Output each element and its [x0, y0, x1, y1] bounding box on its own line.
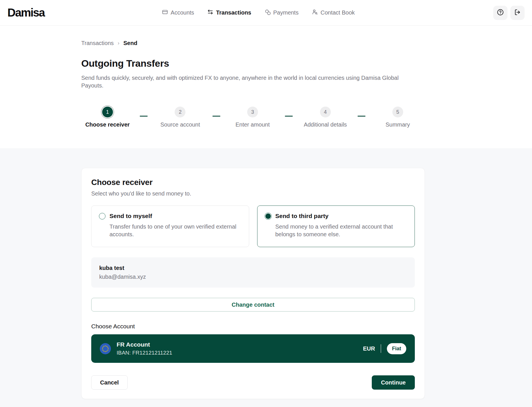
topbar-actions — [493, 6, 525, 20]
step-label: Summary — [385, 121, 410, 128]
logout-button[interactable] — [510, 6, 525, 20]
coins-icon — [264, 9, 271, 17]
step-choose-receiver[interactable]: 1 Choose receiver — [85, 107, 130, 128]
stepper: 1 Choose receiver 2 Source account 3 Ent… — [81, 107, 425, 131]
nav-label: Transactions — [216, 9, 251, 16]
account-name: FR Account — [117, 341, 172, 348]
page-title: Outgoing Transfers — [81, 58, 425, 69]
option-send-to-myself[interactable]: Send to myself Transfer funds to one of … — [91, 205, 249, 247]
account-card-fr[interactable]: FR Account IBAN: FR12121211221 EUR Fiat — [91, 334, 415, 363]
account-iban: IBAN: FR12121211221 — [117, 350, 172, 356]
arrows-swap-icon — [207, 9, 214, 17]
step-connector — [213, 116, 220, 117]
step-circle: 4 — [320, 107, 331, 117]
help-button[interactable] — [493, 6, 507, 20]
eu-flag-icon — [100, 343, 111, 354]
user-search-icon — [312, 9, 318, 17]
step-label: Choose receiver — [85, 121, 130, 128]
nav-label: Payments — [273, 9, 299, 16]
selected-contact-box: kuba test kuba@damisa.xyz — [91, 257, 415, 288]
main-content: Choose receiver Select who you'd like to… — [0, 148, 532, 399]
contact-email: kuba@damisa.xyz — [99, 274, 407, 280]
page-header-section: Transactions › Send Outgoing Transfers S… — [0, 26, 532, 148]
step-circle: 2 — [175, 107, 186, 117]
cancel-button[interactable]: Cancel — [91, 375, 128, 390]
step-label: Source account — [161, 121, 200, 128]
account-currency: EUR — [363, 345, 375, 352]
nav-item-contact-book[interactable]: Contact Book — [312, 9, 355, 17]
option-description: Send money to a verified external accoun… — [275, 223, 407, 238]
breadcrumb: Transactions › Send — [81, 26, 425, 46]
step-connector — [140, 116, 148, 117]
nav-item-transactions[interactable]: Transactions — [207, 9, 251, 17]
top-navigation-bar: Damisa Accounts Transactions — [0, 0, 532, 26]
nav-item-accounts[interactable]: Accounts — [162, 9, 194, 17]
divider — [381, 344, 381, 353]
step-label: Enter amount — [235, 121, 270, 128]
damisa-logo[interactable]: Damisa — [7, 6, 44, 19]
step-additional-details[interactable]: 4 Additional details — [304, 107, 347, 128]
step-enter-amount[interactable]: 3 Enter amount — [235, 107, 270, 128]
step-connector — [285, 116, 293, 117]
change-contact-button[interactable]: Change contact — [91, 298, 415, 312]
option-title: Send to myself — [109, 213, 152, 219]
choose-receiver-card: Choose receiver Select who you'd like to… — [81, 168, 425, 399]
receiver-options: Send to myself Transfer funds to one of … — [91, 205, 415, 247]
step-summary[interactable]: 5 Summary — [385, 107, 410, 128]
chevron-right-icon: › — [118, 40, 119, 46]
card-title: Choose receiver — [91, 178, 415, 187]
nav-item-payments[interactable]: Payments — [264, 9, 299, 17]
step-circle: 3 — [247, 107, 258, 117]
radio-checked-icon[interactable] — [265, 213, 271, 219]
main-nav: Accounts Transactions Payments — [162, 0, 355, 25]
option-description: Transfer funds to one of your own verifi… — [109, 223, 241, 238]
card-subtitle: Select who you'd like to send money to. — [91, 190, 415, 197]
nav-label: Accounts — [171, 9, 194, 16]
card-actions: Cancel Continue — [91, 375, 415, 390]
step-circle: 1 — [102, 107, 113, 117]
step-source-account[interactable]: 2 Source account — [161, 107, 200, 128]
logout-icon — [514, 9, 521, 17]
help-circle-icon — [497, 9, 504, 17]
continue-button[interactable]: Continue — [372, 375, 415, 390]
fiat-badge: Fiat — [387, 343, 406, 354]
option-send-to-third-party[interactable]: Send to third party Send money to a veri… — [257, 205, 415, 247]
radio-unchecked-icon[interactable] — [99, 213, 105, 219]
option-title: Send to third party — [275, 213, 329, 219]
page-subtitle: Send funds quickly, securely, and with o… — [81, 74, 419, 89]
step-label: Additional details — [304, 121, 347, 128]
contact-name: kuba test — [99, 265, 407, 271]
credit-card-icon — [162, 9, 168, 17]
nav-label: Contact Book — [320, 9, 355, 16]
step-circle: 5 — [392, 107, 403, 117]
breadcrumb-transactions[interactable]: Transactions — [81, 40, 114, 46]
choose-account-label: Choose Account — [91, 323, 415, 330]
step-connector — [358, 116, 366, 117]
breadcrumb-send: Send — [123, 40, 137, 46]
